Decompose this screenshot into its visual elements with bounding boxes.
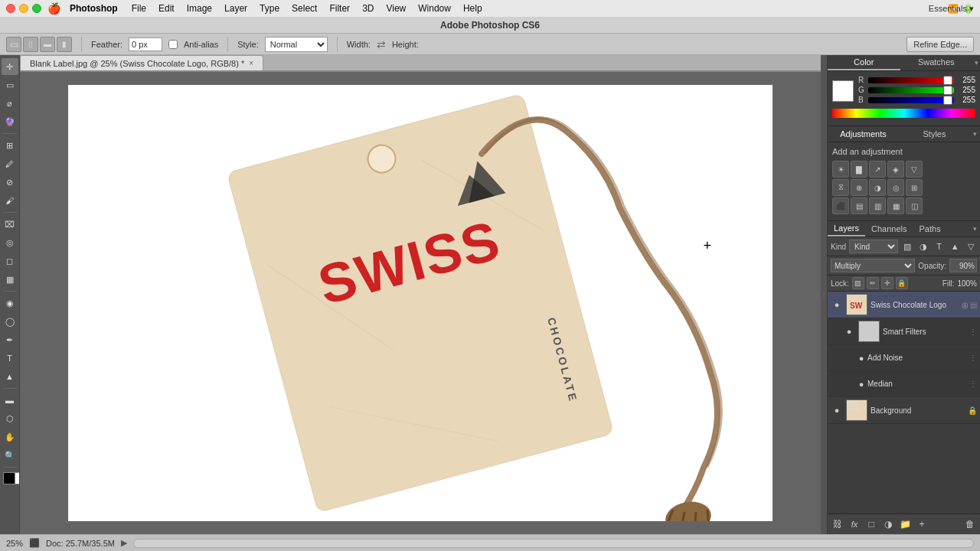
tab-layers[interactable]: Layers — [828, 221, 865, 236]
tool-quick-select[interactable]: 🔮 — [2, 113, 18, 130]
style-select[interactable]: Normal Fixed Ratio Fixed Size — [265, 37, 328, 52]
current-color-preview[interactable] — [832, 80, 854, 102]
layer-group-button[interactable]: 📁 — [898, 517, 912, 531]
swap-icon[interactable]: ⇄ — [377, 38, 386, 51]
tab-close-button[interactable]: × — [249, 59, 253, 67]
layer-mask-button[interactable]: □ — [864, 517, 878, 531]
layer-link-button[interactable]: ⛓ — [831, 517, 844, 531]
layer-background[interactable]: ● Background 🔒 — [828, 397, 980, 424]
layer-swiss-chocolate[interactable]: ● SW Swiss Chocolate Logo ◎ ▤ — [828, 292, 980, 318]
median-visibility[interactable]: ● — [855, 378, 867, 390]
layer-kind-select[interactable]: Kind Name Effect Mode Attribute Color — [849, 240, 898, 253]
tool-clone[interactable]: ⌧ — [2, 216, 18, 233]
adj-gradient-map[interactable]: ▦ — [887, 197, 904, 214]
adj-hue-sat[interactable]: ⧖ — [832, 179, 849, 196]
menu-select[interactable]: Select — [286, 0, 323, 17]
scrollbar-horizontal[interactable] — [133, 539, 974, 548]
tool-single-col[interactable]: ▯ — [23, 37, 38, 52]
menu-filter[interactable]: Filter — [323, 0, 356, 17]
foreground-color[interactable] — [3, 472, 15, 484]
menu-edit[interactable]: Edit — [152, 0, 181, 17]
add-noise-visibility[interactable]: ● — [855, 352, 867, 364]
menu-image[interactable]: Image — [181, 0, 218, 17]
tool-hand[interactable]: ✋ — [2, 429, 18, 445]
green-value[interactable]: 255 — [957, 86, 975, 94]
lock-all-icon[interactable]: 🔒 — [896, 277, 908, 289]
filter-type-icon[interactable]: T — [933, 240, 946, 253]
tab-swatches[interactable]: Swatches — [900, 55, 973, 70]
filter-shape-icon[interactable]: ▲ — [949, 240, 962, 253]
tool-single-row[interactable]: ▬ — [40, 37, 55, 52]
tool-invert[interactable]: ▮ — [57, 37, 72, 52]
tool-eyedropper[interactable]: 🖉 — [2, 155, 18, 172]
essentials-dropdown[interactable]: Essentials ▾ — [929, 4, 974, 14]
lock-move-icon[interactable]: ✛ — [881, 277, 893, 289]
menu-3d[interactable]: 3D — [356, 0, 380, 17]
tool-3d[interactable]: ⬡ — [2, 410, 18, 427]
blue-value[interactable]: 255 — [957, 96, 975, 104]
filter-add-noise[interactable]: ● Add Noise ⋮ — [828, 345, 980, 371]
tool-lasso[interactable]: ⌀ — [2, 95, 18, 112]
tool-history[interactable]: ◎ — [2, 234, 18, 251]
tab-styles[interactable]: Styles — [899, 126, 970, 142]
panel-resize-handle[interactable]: ⋮ — [821, 55, 827, 534]
tool-blur[interactable]: ◉ — [2, 295, 18, 311]
layer-new-button[interactable]: + — [915, 517, 929, 531]
minimize-button[interactable] — [19, 4, 28, 13]
add-noise-options[interactable]: ⋮ — [969, 354, 977, 362]
tool-shape[interactable]: ▬ — [2, 392, 18, 409]
blend-mode-select[interactable]: Multiply Normal Screen Overlay — [831, 259, 915, 272]
layer-visibility-bg[interactable]: ● — [831, 404, 843, 416]
adj-curves[interactable]: ↗ — [869, 161, 886, 178]
antialias-checkbox[interactable] — [168, 40, 178, 49]
color-panel-menu[interactable]: ▾ — [972, 55, 980, 70]
layers-panel-menu[interactable]: ▾ — [970, 221, 980, 236]
adj-color-balance[interactable]: ⊕ — [851, 179, 867, 196]
color-spectrum-bar[interactable] — [832, 109, 975, 118]
adj-invert[interactable]: ⬛ — [832, 197, 849, 214]
layer-fx-button[interactable]: fx — [848, 517, 861, 531]
smart-filter-options-icon[interactable]: ⋮ — [969, 328, 977, 336]
blue-thumb[interactable] — [943, 96, 952, 105]
tab-channels[interactable]: Channels — [865, 221, 913, 236]
green-thumb[interactable] — [943, 86, 952, 95]
red-value[interactable]: 255 — [957, 76, 975, 84]
lock-transparent-icon[interactable]: ▧ — [852, 277, 864, 289]
tool-zoom[interactable]: 🔍 — [2, 447, 18, 464]
tool-pen[interactable]: ✒ — [2, 331, 18, 348]
tab-color[interactable]: Color — [828, 55, 900, 70]
median-options[interactable]: ⋮ — [969, 380, 977, 388]
status-arrow-icon[interactable]: ▶ — [121, 538, 127, 548]
green-slider[interactable] — [868, 87, 954, 93]
adj-posterize[interactable]: ▤ — [851, 197, 867, 214]
adj-brightness[interactable]: ☀ — [832, 161, 849, 178]
close-button[interactable] — [6, 4, 15, 13]
menu-view[interactable]: View — [380, 0, 412, 17]
smart-filters-group[interactable]: ● Smart Filters ⋮ — [828, 318, 980, 345]
menu-type[interactable]: Type — [253, 0, 286, 17]
tool-move[interactable]: ✛ — [2, 58, 18, 75]
tool-gradient[interactable]: ▦ — [2, 271, 18, 288]
menu-help[interactable]: Help — [457, 0, 488, 17]
tool-type[interactable]: T — [2, 350, 18, 367]
layer-delete-button[interactable]: 🗑 — [963, 517, 977, 531]
feather-input[interactable] — [129, 37, 162, 51]
menu-layer[interactable]: Layer — [218, 0, 253, 17]
zoom-button[interactable] — [32, 4, 41, 13]
adj-photo-filter[interactable]: ◎ — [887, 179, 904, 196]
layer-adjustment-button[interactable]: ◑ — [881, 517, 895, 531]
blue-slider[interactable] — [868, 97, 954, 103]
adj-exposure[interactable]: ◈ — [887, 161, 904, 178]
filter-smart-icon[interactable]: ▽ — [964, 240, 977, 253]
red-slider[interactable] — [868, 77, 954, 83]
smart-filters-visibility[interactable]: ● — [843, 325, 855, 337]
tool-brush[interactable]: 🖌 — [2, 192, 18, 209]
adj-threshold[interactable]: ▥ — [869, 197, 886, 214]
adj-vibrance[interactable]: ▽ — [906, 161, 923, 178]
adj-selective-color[interactable]: ◫ — [906, 197, 923, 214]
tool-marquee[interactable]: ▭ — [2, 77, 18, 93]
refine-edge-button[interactable]: Refine Edge... — [906, 37, 974, 52]
tool-path-select[interactable]: ▲ — [2, 368, 18, 385]
adj-panel-menu[interactable]: ▾ — [970, 126, 980, 142]
menu-file[interactable]: File — [126, 0, 152, 17]
